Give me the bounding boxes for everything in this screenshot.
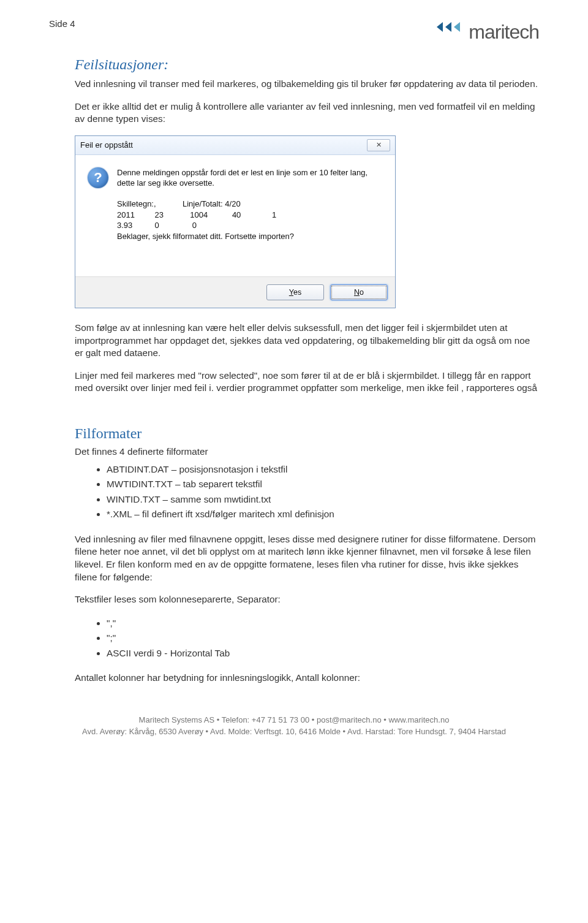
footer-line: Maritech Systems AS • Telefon: +47 71 51…: [12, 714, 576, 726]
dialog-buttonbar: Yes No: [75, 276, 395, 308]
paragraph: Ved innlesning vil transer med feil mark…: [75, 78, 539, 91]
dialog-title: Feil er oppstått: [80, 140, 133, 150]
yes-button[interactable]: Yes: [266, 284, 324, 300]
close-button[interactable]: ✕: [367, 139, 390, 151]
page-number: Side 4: [49, 18, 75, 29]
heading-feilsituasjoner: Feilsituasjoner:: [75, 56, 539, 73]
logo: maritech: [434, 18, 539, 45]
no-button[interactable]: No: [330, 284, 388, 300]
page-footer: Maritech Systems AS • Telefon: +47 71 51…: [0, 714, 588, 738]
dialog-data-row: Skilletegn:, Linje/Totalt: 4/20: [117, 199, 368, 210]
svg-marker-0: [437, 22, 443, 32]
logo-text: maritech: [469, 21, 539, 44]
paragraph: Det er ikke alltid det er mulig å kontro…: [75, 101, 539, 126]
question-icon: ?: [88, 167, 108, 188]
dialog-data-row: 3.93 0 0: [117, 220, 368, 231]
dialog-data-row: 2011 23 1004 40 1: [117, 210, 368, 221]
svg-marker-2: [454, 22, 460, 32]
heading-filformater: Filformater: [75, 425, 539, 442]
paragraph: Ved innlesning av filer med filnavnene o…: [75, 533, 539, 584]
paragraph: Linjer med feil markeres med "row select…: [75, 370, 539, 395]
list-item: ",": [107, 616, 539, 631]
dialog-titlebar: Feil er oppstått ✕: [75, 136, 395, 155]
list-item: *.XML – fil definert ift xsd/følger mari…: [107, 507, 539, 522]
paragraph: Tekstfiler leses som kolonneseparerte, S…: [75, 593, 539, 606]
format-list: ABTIDINT.DAT – posisjonsnotasjon i tekst…: [75, 462, 539, 522]
footer-line: Avd. Averøy: Kårvåg, 6530 Averøy • Avd. …: [12, 726, 576, 738]
close-icon: ✕: [376, 141, 382, 149]
list-item: ABTIDINT.DAT – posisjonsnotasjon i tekst…: [107, 462, 539, 477]
separator-list: "," ";" ASCII verdi 9 - Horizontal Tab: [75, 616, 539, 661]
svg-marker-1: [445, 22, 451, 32]
list-item: ASCII verdi 9 - Horizontal Tab: [107, 646, 539, 661]
list-item: WINTID.TXT – samme som mwtidint.txt: [107, 492, 539, 507]
logo-icon: [434, 18, 466, 36]
dialog-line: Denne meldingen oppstår fordi det er les…: [117, 167, 368, 178]
list-item: MWTIDINT.TXT – tab separert tekstfil: [107, 477, 539, 492]
dialog-line: dette lar seg ikke oversette.: [117, 178, 368, 189]
error-dialog: Feil er oppstått ✕ ? Denne meldingen opp…: [75, 135, 396, 308]
paragraph: Det finnes 4 definerte filformater: [75, 446, 539, 458]
dialog-message: Denne meldingen oppstår fordi det er les…: [117, 167, 368, 272]
paragraph: Som følge av at innlesning kan være helt…: [75, 322, 539, 360]
dialog-line: Beklager, sjekk filformatet ditt. Fortse…: [117, 231, 368, 242]
list-item: ";": [107, 631, 539, 645]
paragraph: Antallet kolonner har betydning for innl…: [75, 672, 539, 685]
